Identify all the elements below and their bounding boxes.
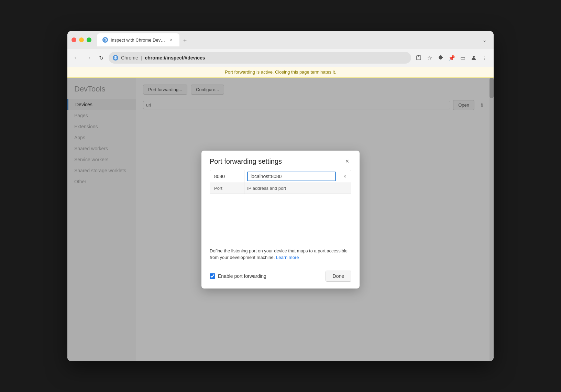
address-chrome-label: Chrome (121, 55, 138, 61)
learn-more-link[interactable]: Learn more (276, 255, 299, 260)
port-forwarding-modal: Port forwarding settings × 8080 × (201, 151, 360, 288)
tab-close-button[interactable]: × (168, 37, 174, 43)
extensions-icon[interactable] (436, 53, 446, 63)
checkbox-label-text: Enable port forwarding (218, 273, 266, 279)
port-number-cell: 8080 (210, 170, 244, 183)
port-data-row: 8080 × (210, 170, 351, 183)
share-icon[interactable] (414, 53, 424, 63)
address-bar[interactable]: Chrome | chrome://inspect/#devices (109, 52, 411, 64)
tab-favicon (102, 37, 108, 43)
modal-title: Port forwarding settings (210, 157, 282, 165)
done-button[interactable]: Done (326, 271, 351, 282)
address-url: chrome://inspect/#devices (145, 55, 205, 61)
pin-icon[interactable]: 📌 (447, 53, 456, 63)
sidebar-icon[interactable]: ▭ (458, 53, 468, 63)
port-header-address: IP address and port (244, 183, 351, 194)
close-traffic-light[interactable] (72, 37, 76, 42)
menu-icon[interactable]: ⋮ (480, 53, 490, 63)
user-icon[interactable] (469, 53, 478, 63)
port-header-port: Port (210, 183, 244, 194)
enable-port-forwarding-checkbox[interactable] (210, 273, 215, 279)
port-address-cell (244, 170, 339, 183)
info-banner: Port forwarding is active. Closing this … (67, 67, 494, 78)
minimize-traffic-light[interactable] (79, 37, 84, 42)
empty-port-area (201, 194, 360, 242)
maximize-traffic-light[interactable] (87, 37, 91, 42)
enable-port-forwarding-label[interactable]: Enable port forwarding (210, 273, 266, 279)
browser-window: Inspect with Chrome Develope × + ⌄ ← → ↻… (67, 31, 494, 361)
forward-button[interactable]: → (84, 53, 94, 63)
port-table: 8080 × Port IP address and port (210, 170, 351, 194)
title-bar: Inspect with Chrome Develope × + ⌄ (67, 31, 494, 49)
modal-footer: Enable port forwarding Done (201, 266, 360, 288)
port-delete-button[interactable]: × (339, 170, 351, 183)
star-icon[interactable]: ☆ (425, 53, 434, 63)
svg-point-5 (473, 56, 475, 58)
refresh-button[interactable]: ↻ (96, 53, 106, 63)
main-content: DevTools Devices Pages Extensions Apps S… (67, 78, 494, 361)
back-button[interactable]: ← (72, 53, 81, 63)
port-header-row: Port IP address and port (210, 183, 351, 194)
info-banner-text: Port forwarding is active. Closing this … (225, 69, 336, 75)
traffic-lights (72, 37, 91, 42)
address-separator: | (141, 55, 142, 61)
modal-overlay: Port forwarding settings × 8080 × (67, 78, 494, 361)
nav-icons: ☆ 📌 ▭ ⋮ (414, 53, 490, 63)
nav-bar: ← → ↻ Chrome | chrome://inspect/#devices… (67, 49, 494, 67)
modal-description: Define the listening port on your device… (201, 242, 360, 266)
port-address-input[interactable] (247, 172, 336, 181)
modal-close-button[interactable]: × (343, 157, 351, 166)
tab-menu-button[interactable]: ⌄ (480, 35, 490, 45)
tab-bar: Inspect with Chrome Develope × + (97, 33, 477, 46)
address-text: Chrome | chrome://inspect/#devices (121, 55, 205, 61)
port-number: 8080 (214, 174, 225, 179)
active-tab[interactable]: Inspect with Chrome Develope × (97, 33, 179, 46)
tab-title: Inspect with Chrome Develope (111, 37, 166, 43)
new-tab-button[interactable]: + (179, 35, 190, 46)
address-favicon (113, 55, 118, 61)
modal-header: Port forwarding settings × (201, 151, 360, 170)
